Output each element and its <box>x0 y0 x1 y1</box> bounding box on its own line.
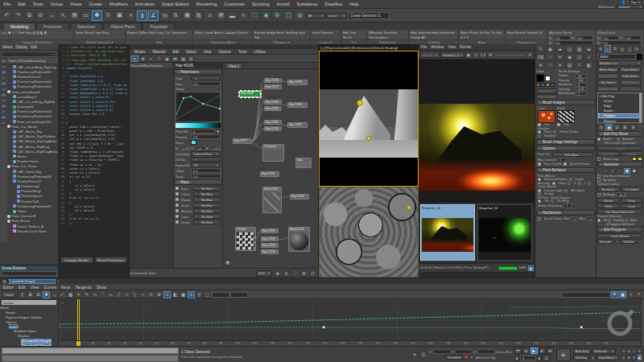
spring-solver-icon[interactable]: ⌇ <box>627 291 634 298</box>
light-gizmo[interactable] <box>407 205 411 210</box>
help-icon[interactable]: ? <box>635 291 642 298</box>
material-node[interactable]: Map #3281 <box>264 106 282 111</box>
ramp-curve-widget[interactable] <box>175 92 221 122</box>
modifier-button[interactable]: SplineSelect <box>597 73 619 79</box>
uv-set-dropdown[interactable] <box>191 157 221 162</box>
region-icon[interactable]: ▭ <box>80 10 91 21</box>
map-channel-field[interactable]: 1 <box>558 158 566 162</box>
explorer-filter-icons[interactable] <box>0 58 7 243</box>
brush-images-rollout[interactable]: Brush Images <box>536 100 595 105</box>
ribbon-button[interactable]: Shrink <box>85 31 93 35</box>
trackview-tab-icon[interactable]: ▤ <box>2 279 7 284</box>
reset-parameters-button[interactable]: Reset Parameters <box>95 257 128 263</box>
assign-material-icon[interactable]: ⬒ <box>171 56 179 62</box>
set-key-icon[interactable]: ⚷ <box>590 355 596 360</box>
map-enable-checkbox[interactable] <box>175 220 179 224</box>
map-slot-button[interactable]: No Map <box>193 208 221 213</box>
explorer-search-input[interactable]: ✕ <box>2 51 56 57</box>
menu-item[interactable]: Animation <box>131 0 158 9</box>
maps-rollout[interactable]: Maps <box>174 179 222 185</box>
menu-item[interactable]: Arnold <box>273 0 293 9</box>
pan-view-icon[interactable]: ✥ <box>627 355 632 360</box>
brush-setting-field[interactable]: 1 <box>576 92 587 96</box>
slide-keys-icon[interactable]: ↔ <box>51 291 58 298</box>
configure-modifier-sets-icon[interactable]: ⚙ <box>630 124 637 130</box>
brush-mask-thumbnail[interactable] <box>557 110 575 123</box>
explorer-sort-header[interactable]: Name (Sorted Ascending) <box>7 58 58 64</box>
slate-menu-item[interactable]: Edit <box>170 50 183 54</box>
scale-keys-icon[interactable]: ⤢ <box>59 291 66 298</box>
interactive-update-icon[interactable]: ▣ <box>619 291 626 298</box>
ribbon-button[interactable]: ▨ <box>36 31 39 35</box>
scale-field[interactable]: 1.0 <box>191 174 221 179</box>
cage-color-swatch[interactable] <box>632 157 637 161</box>
menu-item[interactable]: Group <box>47 0 66 9</box>
show-keyable-icon[interactable]: ◧ <box>171 291 179 298</box>
min-field[interactable]: 1 <box>572 216 577 221</box>
camera-viewport[interactable] <box>319 51 419 187</box>
material-node[interactable]: Material #25 <box>288 227 310 252</box>
slate-menu-item[interactable]: View <box>200 50 215 54</box>
align-icon[interactable]: ≡ <box>204 10 215 21</box>
make-unique-icon[interactable]: ⧉ <box>613 124 621 130</box>
z-coordinate-field[interactable] <box>477 349 495 354</box>
undo-icon[interactable]: ↶ <box>2 10 12 21</box>
palette-swatch[interactable] <box>551 83 555 87</box>
menu-item[interactable]: Modifiers <box>106 0 131 9</box>
max-field[interactable]: 1 <box>588 216 593 221</box>
top-viewport[interactable] <box>319 187 419 278</box>
ribbon-button[interactable]: To View <box>479 31 490 35</box>
select-icon[interactable]: ➤ <box>536 61 545 68</box>
map-enable-checkbox[interactable] <box>175 198 179 201</box>
redo-icon[interactable]: ↷ <box>13 10 23 21</box>
ramp-gradient-bar[interactable] <box>175 123 221 128</box>
layers-dialog-button[interactable]: Layers Dialog <box>536 94 557 99</box>
unlink-icon[interactable]: ⊘ <box>35 10 46 21</box>
close-editor-button[interactable]: Close <box>2 291 16 298</box>
modifier-list-dropdown[interactable]: Modifier List <box>597 60 642 66</box>
ribbon-button[interactable]: Extrude <box>254 31 266 35</box>
pivot-icon[interactable]: ⌖ <box>126 10 136 21</box>
trackview-menu-item[interactable]: Editor <box>3 285 14 290</box>
ribbon-button[interactable]: Detach <box>237 31 248 35</box>
lock-view-icon[interactable]: ⚿ <box>473 51 479 58</box>
blur-icon[interactable]: ◔ <box>546 53 555 60</box>
material-node[interactable]: Map #3277 <box>233 138 251 144</box>
frame-down-icon[interactable]: ◂ <box>514 355 519 361</box>
foreground-color-swatch[interactable] <box>536 74 544 82</box>
render-view-dropdown[interactable]: Viewport_0 <box>440 51 464 58</box>
material-node[interactable]: Map #3285 <box>264 120 282 125</box>
close-tab-icon[interactable]: ✕ <box>57 279 60 283</box>
ribbon-button[interactable]: Edit <box>343 31 349 35</box>
filter-selected-icon[interactable]: ⊞ <box>27 291 34 298</box>
parameters-rollout[interactable]: Parameters <box>174 69 222 75</box>
explorer-footer-field[interactable] <box>2 271 57 276</box>
lock-tangents-icon[interactable]: ⚿ <box>147 291 155 298</box>
pin-stack-icon[interactable]: ⚲ <box>597 124 605 130</box>
zoom-selected-icon[interactable]: ⊡ <box>309 270 316 277</box>
fill-icon[interactable]: ▰ <box>555 45 564 52</box>
one-to-one-icon[interactable]: 1:1 <box>480 51 486 58</box>
ribbon-tab[interactable]: Selection <box>70 23 103 30</box>
r-field[interactable]: 0.325 <box>180 146 190 150</box>
ribbon-button[interactable]: ▱ <box>2 31 4 35</box>
filter-animated-icon[interactable]: ⊟ <box>35 291 42 298</box>
ribbon-tab[interactable]: Freeform <box>36 23 68 30</box>
material-node[interactable]: Map #3283 <box>287 80 308 85</box>
material-node[interactable]: Map #3278 <box>264 78 282 83</box>
draw-curves-icon[interactable]: ✎ <box>83 291 90 298</box>
ribbon-button[interactable]: Relax <box>195 31 203 35</box>
hierarchy-tab-icon[interactable]: ⧉ <box>612 45 618 52</box>
modifier-button[interactable]: Patch Select <box>620 67 642 72</box>
bind-spacewarp-icon[interactable]: ≈ <box>47 10 57 21</box>
browser-title[interactable]: Material/Map Browser <box>130 63 173 69</box>
by-angle-checkbox[interactable] <box>597 193 601 196</box>
brush-setting-field[interactable]: 30 <box>576 74 587 78</box>
angle-snap-icon[interactable]: ∠ <box>148 10 159 21</box>
lasso-icon[interactable]: ⬡ <box>546 61 555 68</box>
schematic-view-icon[interactable]: ⛶ <box>250 10 260 21</box>
explicit-dropdown[interactable]: Off <box>191 162 221 167</box>
slate-menu-item[interactable]: Select <box>183 50 200 54</box>
outline-settings-icon[interactable]: ▫ <box>638 239 642 244</box>
map-enable-checkbox[interactable] <box>175 209 179 212</box>
